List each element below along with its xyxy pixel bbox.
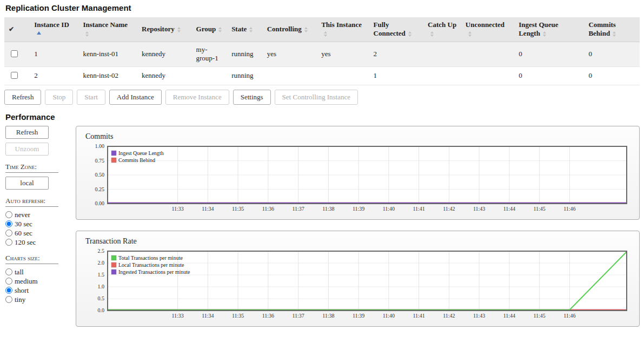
svg-text:Commits Behind: Commits Behind xyxy=(118,157,155,163)
performance-sidebar: Refresh Unzoom Time Zone: local Auto ref… xyxy=(4,126,69,305)
charts-size-option-medium[interactable]: medium xyxy=(5,277,69,286)
charts-size-option-label: tall xyxy=(15,268,24,276)
set-controlling-instance-button: Set Controlling Instance xyxy=(275,90,358,105)
auto-refresh-option-60-sec[interactable]: 60 sec xyxy=(5,229,69,238)
charts-size-option-tiny[interactable]: tiny xyxy=(5,295,69,304)
column-header-group[interactable]: Group xyxy=(192,17,228,42)
charts-size-option-label: short xyxy=(15,286,29,294)
svg-text:0.0: 0.0 xyxy=(98,307,105,313)
cell-state: running xyxy=(227,67,263,85)
column-header-unconnected[interactable]: Unconnected xyxy=(461,17,514,42)
svg-text:11:43: 11:43 xyxy=(473,206,485,212)
auto-refresh-radio[interactable] xyxy=(5,230,12,237)
charts-size-radio[interactable] xyxy=(5,287,12,294)
column-header-instance-name[interactable]: Instance Name xyxy=(78,17,137,42)
svg-text:11:34: 11:34 xyxy=(202,313,214,319)
charts-size-radio[interactable] xyxy=(5,296,12,303)
svg-text:11:45: 11:45 xyxy=(533,313,545,319)
cell-this-instance: yes xyxy=(317,42,369,67)
svg-text:1.5: 1.5 xyxy=(98,272,105,278)
auto-refresh-label: Auto refresh: xyxy=(5,197,58,207)
svg-text:1.0: 1.0 xyxy=(98,284,105,289)
column-label: Ingest Queue Length xyxy=(519,21,558,37)
column-header-catch-up[interactable]: Catch Up xyxy=(423,17,461,42)
auto-refresh-radio[interactable] xyxy=(5,220,12,227)
select-all-check-icon: ✔ xyxy=(9,25,14,33)
table-row: 1kenn-inst-01kennedymy-group-1runningyes… xyxy=(4,42,640,67)
timezone-button[interactable]: local xyxy=(5,177,49,190)
transaction-rate-chart-title: Transaction Rate xyxy=(85,237,633,246)
svg-text:Total Transactions per minute: Total Transactions per minute xyxy=(118,255,183,261)
sort-ascending-icon xyxy=(37,31,41,35)
settings-button[interactable]: Settings xyxy=(233,90,271,105)
column-label: Instance ID xyxy=(34,21,69,29)
column-header-controlling[interactable]: Controlling xyxy=(263,17,317,42)
sort-icon xyxy=(613,31,616,37)
row-select-checkbox[interactable] xyxy=(11,50,18,57)
transaction-rate-chart[interactable]: 11:3311:3411:3511:3611:3711:3811:3911:40… xyxy=(83,248,632,320)
charts-size-options: tallmediumshorttiny xyxy=(5,268,69,304)
column-label: Commits Behind xyxy=(588,21,616,37)
cell-commits-behind: 0 xyxy=(584,42,640,67)
svg-text:0.75: 0.75 xyxy=(95,158,105,164)
cell-state: running xyxy=(227,42,263,67)
column-label: Controlling xyxy=(267,25,302,33)
svg-text:Ingest Queue Length: Ingest Queue Length xyxy=(118,150,164,156)
column-label: Fully Connected xyxy=(374,21,406,37)
performance-section: Refresh Unzoom Time Zone: local Auto ref… xyxy=(4,126,640,327)
cluster-toolbar: RefreshStopStartAdd InstanceRemove Insta… xyxy=(4,90,640,105)
column-label: Repository xyxy=(142,25,175,33)
column-label: Unconnected xyxy=(466,21,504,29)
auto-refresh-radio[interactable] xyxy=(5,211,12,218)
column-header-fully-connected[interactable]: Fully Connected xyxy=(369,17,423,42)
add-instance-button[interactable]: Add Instance xyxy=(109,90,162,105)
column-header-state[interactable]: State xyxy=(227,17,263,42)
remove-instance-button: Remove Instance xyxy=(165,90,229,105)
charts-size-radio[interactable] xyxy=(5,278,12,285)
auto-refresh-option-120-sec[interactable]: 120 sec xyxy=(5,238,69,247)
cell-fully-connected: 2 xyxy=(369,42,423,67)
sort-icon xyxy=(85,31,89,37)
column-header-repository[interactable]: Repository xyxy=(137,17,191,42)
svg-text:11:36: 11:36 xyxy=(262,313,274,319)
svg-text:11:36: 11:36 xyxy=(262,206,274,212)
column-label: Group xyxy=(196,25,216,33)
svg-text:11:39: 11:39 xyxy=(353,313,364,319)
cell-fully-connected: 1 xyxy=(369,67,423,85)
cell-instance-name: kenn-inst-01 xyxy=(78,42,137,67)
charts-size-radio[interactable] xyxy=(5,268,12,275)
auto-refresh-radio[interactable] xyxy=(5,239,12,246)
column-header-ingest-queue-length[interactable]: Ingest Queue Length xyxy=(514,17,584,42)
cell-unconnected xyxy=(461,67,514,85)
cell-this-instance xyxy=(317,67,369,85)
transaction-rate-chart-panel: Transaction Rate 11:3311:3411:3511:3611:… xyxy=(76,231,640,327)
commits-chart[interactable]: 11:3311:3411:3511:3611:3711:3811:3911:40… xyxy=(83,143,632,213)
cell-controlling: yes xyxy=(263,42,317,67)
charts-size-option-short[interactable]: short xyxy=(5,286,69,295)
charts-size-option-tall[interactable]: tall xyxy=(5,268,69,277)
sort-icon xyxy=(249,27,253,32)
sort-icon xyxy=(177,27,181,32)
refresh-button[interactable]: Refresh xyxy=(4,90,41,105)
select-all-header[interactable]: ✔ xyxy=(4,17,30,42)
svg-text:Local Transactions per minute: Local Transactions per minute xyxy=(118,262,184,268)
svg-text:11:44: 11:44 xyxy=(503,206,515,212)
auto-refresh-option-label: never xyxy=(15,211,30,219)
svg-text:11:34: 11:34 xyxy=(202,206,214,212)
auto-refresh-option-never[interactable]: never xyxy=(5,211,69,219)
auto-refresh-option-30-sec[interactable]: 30 sec xyxy=(5,220,69,228)
start-button: Start xyxy=(77,90,105,105)
row-select-checkbox[interactable] xyxy=(11,72,18,79)
cell-group xyxy=(192,67,228,85)
performance-refresh-button[interactable]: Refresh xyxy=(5,126,49,139)
svg-text:11:35: 11:35 xyxy=(232,206,244,212)
column-header-this-instance[interactable]: This Instance xyxy=(317,17,369,42)
column-header-instance-id[interactable]: Instance ID xyxy=(30,17,78,42)
svg-text:11:33: 11:33 xyxy=(171,206,183,212)
sort-icon xyxy=(408,31,411,37)
column-header-commits-behind[interactable]: Commits Behind xyxy=(584,17,640,42)
svg-text:0.00: 0.00 xyxy=(95,200,105,206)
sort-icon xyxy=(430,31,434,37)
cell-group: my-group-1 xyxy=(192,42,228,67)
svg-text:0.50: 0.50 xyxy=(95,172,105,178)
